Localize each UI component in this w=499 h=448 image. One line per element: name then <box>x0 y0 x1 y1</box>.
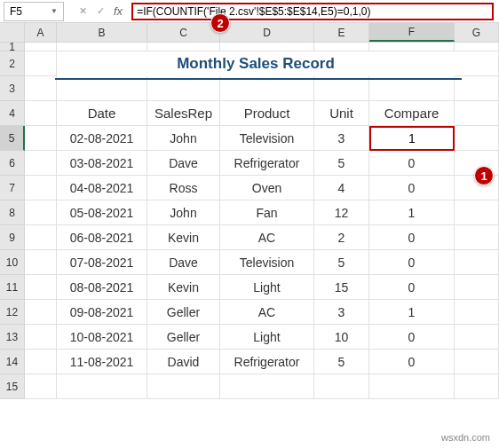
cell[interactable] <box>455 101 499 126</box>
cell[interactable] <box>25 76 57 101</box>
row-header-14[interactable]: 14 <box>0 350 25 374</box>
cell-compare[interactable]: 0 <box>369 250 455 275</box>
cell[interactable] <box>314 76 369 101</box>
accept-formula-icon[interactable]: ✓ <box>92 4 108 20</box>
cell[interactable] <box>455 250 499 275</box>
cell-product[interactable]: Refrigerator <box>220 350 314 374</box>
header-unit[interactable]: Unit <box>314 101 369 126</box>
cell-unit[interactable]: 15 <box>314 275 369 300</box>
cell-rep[interactable]: Dave <box>147 151 220 176</box>
cell-date[interactable]: 05-08-2021 <box>57 200 147 225</box>
fx-icon[interactable]: fx <box>114 4 123 18</box>
cell-compare[interactable]: 0 <box>369 350 455 374</box>
row-header-8[interactable]: 8 <box>0 200 25 225</box>
cell[interactable] <box>455 51 499 76</box>
cell-unit[interactable]: 5 <box>314 350 369 374</box>
cell-date[interactable]: 07-08-2021 <box>57 250 147 275</box>
cell[interactable] <box>220 43 314 51</box>
row-header-12[interactable]: 12 <box>0 300 25 325</box>
cell-product[interactable]: AC <box>220 225 314 250</box>
cell[interactable] <box>57 76 147 101</box>
row-header-5[interactable]: 5 <box>0 126 25 151</box>
cell-product[interactable]: Television <box>220 126 314 151</box>
cell-unit[interactable]: 4 <box>314 176 369 200</box>
cell-rep[interactable]: Dave <box>147 250 220 275</box>
row-header-1[interactable]: 1 <box>0 43 25 51</box>
cell-product[interactable]: Television <box>220 250 314 275</box>
cell-unit[interactable]: 5 <box>314 250 369 275</box>
cell-rep[interactable]: Kevin <box>147 225 220 250</box>
cell-date[interactable]: 04-08-2021 <box>57 176 147 200</box>
name-box[interactable]: F5 ▼ <box>4 2 64 21</box>
cell[interactable] <box>25 250 57 275</box>
cell-compare[interactable]: 0 <box>369 325 455 350</box>
cell-product[interactable]: Light <box>220 325 314 350</box>
cell[interactable] <box>455 126 499 151</box>
cell-date[interactable]: 10-08-2021 <box>57 325 147 350</box>
cell-compare[interactable]: 0 <box>369 176 455 200</box>
cell-product[interactable]: Oven <box>220 176 314 200</box>
cell-date[interactable]: 11-08-2021 <box>57 350 147 374</box>
cell-date[interactable]: 03-08-2021 <box>57 151 147 176</box>
cell[interactable] <box>455 325 499 350</box>
cell-product[interactable]: Light <box>220 275 314 300</box>
cell[interactable] <box>25 176 57 200</box>
col-header-d[interactable]: D <box>220 23 314 42</box>
cell[interactable] <box>25 275 57 300</box>
cell-unit[interactable]: 3 <box>314 300 369 325</box>
cell-unit[interactable]: 2 <box>314 225 369 250</box>
cell[interactable] <box>25 374 57 399</box>
cell[interactable] <box>455 300 499 325</box>
row-header-15[interactable]: 15 <box>0 374 25 399</box>
cell-date[interactable]: 09-08-2021 <box>57 300 147 325</box>
formula-input[interactable]: =IF(COUNTIF('File 2.csv'!$E$5:$E$14,E5)=… <box>131 3 494 20</box>
cell-date[interactable]: 08-08-2021 <box>57 275 147 300</box>
cell[interactable] <box>220 76 314 101</box>
cell[interactable] <box>455 76 499 101</box>
cell[interactable] <box>147 374 220 399</box>
cell[interactable] <box>314 374 369 399</box>
col-header-g[interactable]: G <box>455 23 499 42</box>
header-rep[interactable]: SalesRep <box>147 101 220 126</box>
cell-unit[interactable]: 3 <box>314 126 369 151</box>
col-header-a[interactable]: A <box>25 23 57 42</box>
cell[interactable] <box>369 43 455 51</box>
cell[interactable] <box>220 374 314 399</box>
cell[interactable] <box>455 275 499 300</box>
cell[interactable] <box>25 51 57 76</box>
cell[interactable] <box>25 325 57 350</box>
cell-compare[interactable]: 1 <box>369 300 455 325</box>
header-product[interactable]: Product <box>220 101 314 126</box>
cells[interactable]: Monthly Sales Record Date SalesRep Produ… <box>25 43 499 399</box>
cell[interactable] <box>455 200 499 225</box>
cell-unit[interactable]: 12 <box>314 200 369 225</box>
cell-rep[interactable]: Ross <box>147 176 220 200</box>
cell[interactable] <box>455 374 499 399</box>
col-header-f[interactable]: F <box>369 23 455 42</box>
cell[interactable] <box>455 225 499 250</box>
cell[interactable] <box>25 43 57 51</box>
cell-compare[interactable]: 0 <box>369 151 455 176</box>
cell-compare[interactable]: 0 <box>369 225 455 250</box>
cell-rep[interactable]: Kevin <box>147 275 220 300</box>
row-header-11[interactable]: 11 <box>0 275 25 300</box>
cell[interactable] <box>147 76 220 101</box>
cell[interactable] <box>147 43 220 51</box>
row-header-3[interactable]: 3 <box>0 76 25 101</box>
cell-compare[interactable]: 0 <box>369 275 455 300</box>
row-header-10[interactable]: 10 <box>0 250 25 275</box>
cell-rep[interactable]: David <box>147 350 220 374</box>
select-all-corner[interactable] <box>0 23 25 42</box>
row-header-9[interactable]: 9 <box>0 225 25 250</box>
row-header-6[interactable]: 6 <box>0 151 25 176</box>
row-header-2[interactable]: 2 <box>0 51 25 76</box>
cell[interactable] <box>369 76 455 101</box>
cell[interactable] <box>369 374 455 399</box>
cell-product[interactable]: AC <box>220 300 314 325</box>
cell-compare[interactable]: 1 <box>369 200 455 225</box>
chevron-down-icon[interactable]: ▼ <box>51 7 58 15</box>
header-compare[interactable]: Compare <box>369 101 455 126</box>
col-header-b[interactable]: B <box>57 23 147 42</box>
cell[interactable] <box>57 374 147 399</box>
selected-cell[interactable]: 1 <box>369 126 455 151</box>
